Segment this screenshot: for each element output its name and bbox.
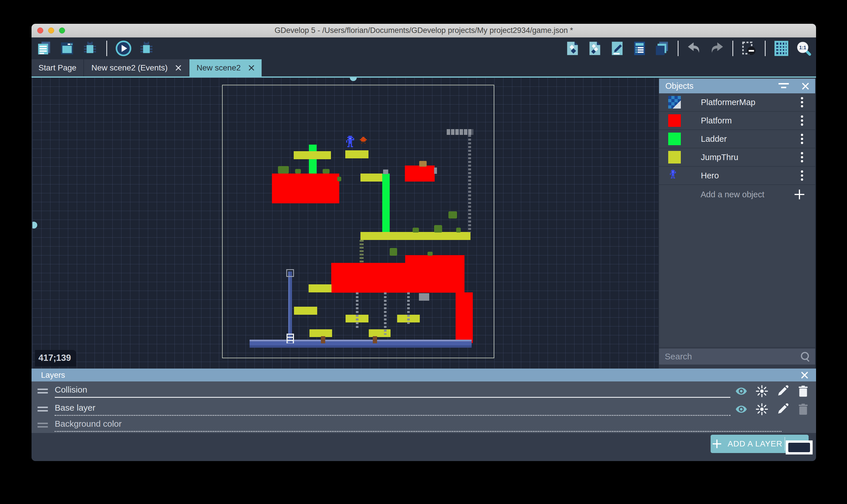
drag-handle-icon[interactable] — [37, 422, 48, 428]
layer-name-field[interactable]: Collision — [55, 385, 730, 398]
scene-object-hero[interactable] — [346, 136, 355, 147]
play-icon[interactable] — [115, 40, 132, 57]
drag-handle-icon[interactable] — [37, 388, 48, 394]
scene-object-mladder[interactable] — [286, 334, 294, 343]
layer-effects-icon[interactable] — [755, 403, 769, 416]
visibility-eye-icon[interactable] — [735, 384, 748, 398]
scene-object-grass[interactable] — [337, 177, 341, 181]
scene-object-lchain[interactable] — [359, 240, 364, 263]
scene-object-yellow[interactable] — [310, 329, 332, 337]
object-menu-icon[interactable] — [801, 101, 803, 103]
layer-effects-icon[interactable] — [755, 384, 769, 398]
project-manager-icon[interactable] — [36, 40, 52, 57]
edit-layer-icon[interactable] — [776, 384, 789, 398]
scene-object-yellow[interactable] — [360, 232, 471, 240]
scene-window-icon[interactable] — [59, 40, 75, 57]
tab-start-page[interactable]: Start Page — [32, 59, 83, 76]
zoom-1-1-icon[interactable]: 1:1 — [795, 40, 812, 57]
scene-object-yellow[interactable] — [294, 307, 317, 315]
scene-object-red[interactable] — [331, 263, 464, 293]
scene-object-yellow[interactable] — [369, 329, 391, 337]
close-panel-icon[interactable] — [801, 83, 809, 90]
tab-new-scene2-events[interactable]: New scene2 (Events) — [84, 59, 189, 76]
object-menu-icon[interactable] — [801, 174, 803, 177]
scene-object-yellow[interactable] — [360, 174, 383, 182]
object-row-jumpthru[interactable]: JumpThru — [659, 148, 815, 167]
close-tab-icon[interactable] — [248, 65, 254, 71]
layer-row-background-color[interactable]: Background color — [32, 417, 816, 433]
scene-object-floor[interactable] — [250, 340, 472, 348]
object-menu-icon[interactable] — [801, 120, 803, 122]
scene-object-trunk[interactable] — [321, 336, 325, 343]
scene-object-pole[interactable] — [288, 271, 292, 343]
debugger-icon[interactable] — [82, 40, 98, 57]
scene-object-graybit[interactable] — [434, 167, 437, 174]
visibility-eye-icon[interactable] — [735, 403, 748, 416]
delete-layer-icon[interactable] — [797, 384, 810, 398]
scene-object-grayrow[interactable] — [447, 129, 473, 135]
scene-object-grass[interactable] — [427, 252, 433, 256]
object-icon[interactable] — [564, 40, 581, 57]
scene-canvas[interactable]: 417;139 — [32, 78, 658, 368]
scene-object-trunk[interactable] — [373, 336, 377, 343]
add-new-object-button[interactable]: Add a new object — [659, 185, 815, 204]
edit-properties-icon[interactable] — [609, 40, 625, 57]
scene-object-red[interactable] — [405, 255, 464, 263]
object-row-platform[interactable]: Platform — [659, 112, 815, 130]
scene-object-grass[interactable] — [448, 211, 457, 218]
scene-object-red[interactable] — [272, 174, 339, 203]
layer-name-field[interactable]: Base layer — [55, 403, 730, 416]
filter-icon[interactable] — [778, 82, 789, 90]
close-tab-icon[interactable] — [175, 65, 181, 71]
background-color-swatch[interactable] — [786, 440, 813, 454]
scene-object-creature[interactable] — [419, 161, 427, 167]
resize-handle-left[interactable] — [32, 222, 37, 229]
instances-list-icon[interactable] — [631, 40, 648, 57]
scene-object-red[interactable] — [456, 292, 473, 343]
scene-object-yellow[interactable] — [345, 150, 369, 158]
scene-object-grass[interactable] — [456, 228, 461, 233]
undo-icon[interactable] — [686, 40, 703, 57]
scene-object-yellow[interactable] — [308, 284, 332, 292]
search-input[interactable] — [665, 352, 800, 361]
scene-object-grass[interactable] — [323, 169, 330, 174]
layers-icon[interactable] — [654, 40, 670, 57]
layer-name-field[interactable]: Background color — [55, 419, 781, 432]
scene-object-grass[interactable] — [390, 248, 397, 256]
tab-new-scene2[interactable]: New scene2 — [189, 59, 262, 76]
object-menu-icon[interactable] — [801, 138, 803, 140]
minimize-window-button[interactable] — [48, 28, 54, 34]
close-window-button[interactable] — [37, 28, 43, 34]
layer-row-collision[interactable]: Collision — [32, 381, 816, 401]
scene-object-grass[interactable] — [278, 166, 289, 174]
scene-object-green[interactable] — [382, 174, 390, 233]
scene-object-graybit[interactable] — [419, 293, 429, 301]
scene-object-yellow[interactable] — [294, 151, 331, 159]
scene-object-chainR[interactable] — [468, 135, 471, 232]
scene-object-grass[interactable] — [295, 169, 301, 174]
scene-object-graybit[interactable] — [383, 169, 388, 174]
object-row-platformermap[interactable]: PlatformerMap — [659, 93, 815, 112]
scene-object-chain[interactable] — [384, 292, 387, 335]
drag-handle-icon[interactable] — [37, 406, 48, 412]
object-menu-icon[interactable] — [801, 156, 803, 158]
redo-icon[interactable] — [708, 40, 725, 57]
scene-object-green[interactable] — [309, 145, 317, 174]
object-row-ladder[interactable]: Ladder — [659, 130, 815, 148]
scene-object-grass[interactable] — [434, 225, 442, 233]
edit-layer-icon[interactable] — [776, 403, 789, 416]
scene-object-chain[interactable] — [407, 292, 410, 324]
close-panel-icon[interactable] — [800, 372, 808, 379]
object-groups-icon[interactable] — [586, 40, 603, 57]
scene-object-red[interactable] — [405, 165, 435, 182]
zoom-window-button[interactable] — [59, 28, 65, 34]
resize-handle-top[interactable] — [350, 78, 357, 81]
scene-object-grass[interactable] — [412, 228, 419, 233]
scene-object-box[interactable] — [286, 269, 294, 277]
selection-mask-icon[interactable] — [741, 40, 757, 57]
scene-object-chain[interactable] — [356, 292, 358, 328]
grid-icon[interactable] — [773, 40, 790, 57]
layer-row-base-layer[interactable]: Base layer — [32, 401, 816, 417]
scene-object-enemy[interactable] — [360, 137, 367, 144]
object-row-hero[interactable]: Hero — [659, 167, 815, 185]
